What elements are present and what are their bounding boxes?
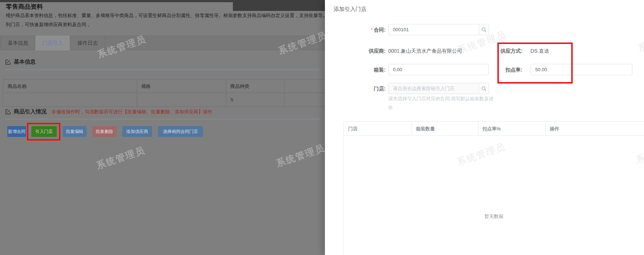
- search-icon: [481, 86, 486, 91]
- tab-store-import[interactable]: 门店引入: [35, 36, 70, 50]
- watermark: 系统管理员: [95, 144, 147, 172]
- import-section-note: 非修改操作时，勾选数据后可进行【批量编辑、批量删除、添加供应商】操作: [52, 109, 212, 115]
- contract-label: *合同:: [325, 27, 386, 33]
- watermark: 系统管理员: [636, 27, 644, 54]
- background-page: 零售商品资料 维护商品基本资料信息，包括标准、重量、多规格等中类商品，可设置生鲜…: [0, 0, 325, 255]
- batch-edit-button[interactable]: 批量编辑: [63, 126, 87, 137]
- section-divider: [6, 69, 319, 70]
- screenshot-root: 零售商品资料 维护商品基本资料信息，包括标准、重量、多规格等中类商品，可设置生鲜…: [0, 0, 644, 255]
- top-right-dark-block: [233, 0, 325, 11]
- import-store-button[interactable]: 引入门店: [31, 126, 57, 137]
- page-title: 零售商品资料: [6, 3, 43, 11]
- col-product-name: 商品名称: [8, 83, 27, 90]
- contract-search-button[interactable]: [479, 24, 489, 35]
- cell-product-type: S: [230, 97, 234, 102]
- tab-operation-log[interactable]: 操作日志: [70, 36, 106, 50]
- add-contract-button[interactable]: 新增合同: [7, 126, 26, 137]
- store-table: 门店 箱装数量 扣点率% 操作 暂无数据: [343, 121, 644, 255]
- contract-input[interactable]: [388, 24, 479, 35]
- watermark: 系统管理员: [274, 142, 325, 170]
- supply-mode-value: DS.直送: [530, 48, 549, 54]
- store-input[interactable]: [388, 83, 479, 94]
- select-same-contract-store-button[interactable]: 选择相同合同门店: [158, 126, 203, 137]
- col-product-type: 商品种类: [230, 83, 249, 90]
- deduction-rate-label: 扣点率:: [325, 67, 522, 73]
- product-table: 商品名称 规格 商品种类 S: [3, 79, 325, 107]
- store-label: 门店:: [325, 86, 386, 92]
- col-box-qty: 箱装数量: [416, 126, 435, 132]
- page-description-line1: 维护商品基本资料信息，包括标准、重量、多规格等中类商品，可设置生鲜商品分割属性、…: [6, 12, 325, 19]
- edit-icon: [5, 109, 11, 115]
- search-icon: [481, 27, 486, 32]
- drawer-title: 添加引入门店: [334, 6, 366, 13]
- import-section-title: 商品引入情况: [14, 108, 47, 115]
- required-asterisk: *: [371, 27, 373, 33]
- store-helper-text: 请先选择引入门店对应的合同,填写默认箱装数及进价: [388, 94, 494, 112]
- import-section-header: 商品引入情况 非修改操作时，勾选数据后可进行【批量编辑、批量删除、添加供应商】操…: [5, 108, 212, 115]
- add-store-drawer: 添加引入门店 *合同: 供应商: 0001.象山天浩水产食品有限公司 供应方式:…: [325, 0, 644, 255]
- product-table-header-row: [3, 80, 325, 93]
- add-supplier-button[interactable]: 添加供应商: [122, 126, 152, 137]
- batch-delete-button[interactable]: 批量删除: [92, 126, 116, 137]
- col-deduction-rate: 扣点率%: [482, 126, 501, 132]
- store-search-button[interactable]: [479, 83, 489, 94]
- deduction-rate-input[interactable]: [530, 64, 632, 75]
- edit-icon: [5, 59, 11, 65]
- page-description-line2: 到门店，可快速新增供应商资料及合同，: [6, 21, 325, 28]
- basic-info-section-header: 基本信息: [5, 58, 36, 65]
- empty-state-text: 暂无数据: [344, 213, 644, 220]
- col-actions: 操作: [550, 126, 559, 132]
- tab-basic-info[interactable]: 基本信息: [1, 36, 35, 50]
- basic-info-section-title: 基本信息: [14, 58, 36, 65]
- col-spec: 规格: [141, 83, 151, 90]
- section-divider: [6, 119, 319, 120]
- supply-mode-label: 供应方式:: [325, 48, 522, 54]
- col-store: 门店: [348, 126, 358, 132]
